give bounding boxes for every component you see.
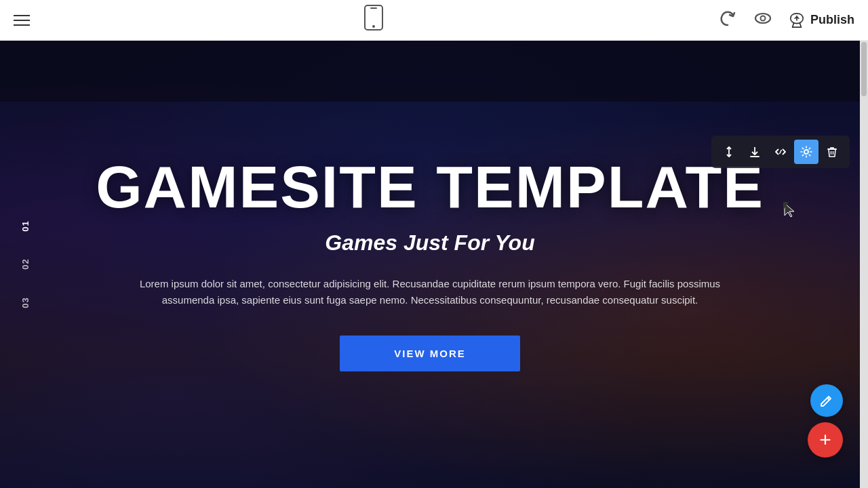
top-bar-center — [364, 5, 383, 35]
hero-subtitle: Games Just For You — [96, 230, 764, 256]
publish-label: Publish — [810, 13, 854, 27]
preview-icon[interactable] — [753, 9, 772, 32]
side-navigation: 01 02 03 — [20, 220, 31, 308]
sort-button[interactable] — [717, 140, 741, 164]
hero-description: Lorem ipsum dolor sit amet, consectetur … — [125, 276, 735, 308]
svg-point-1 — [372, 25, 375, 28]
svg-line-8 — [780, 150, 782, 154]
publish-button[interactable]: Publish — [789, 12, 854, 28]
svg-point-3 — [755, 14, 770, 23]
hero-title: GAMESITE TEMPLATE — [96, 157, 764, 217]
side-num-3: 03 — [20, 297, 31, 308]
top-toolbar: Publish — [0, 0, 868, 41]
settings-button[interactable] — [794, 140, 818, 164]
view-more-button[interactable]: VIEW MORE — [340, 336, 520, 371]
code-button[interactable] — [768, 140, 793, 164]
undo-icon[interactable] — [718, 9, 737, 32]
float-toolbar — [711, 136, 850, 168]
mobile-preview-icon[interactable] — [364, 5, 383, 35]
hamburger-menu[interactable] — [14, 15, 30, 26]
top-bar-right: Publish — [718, 9, 854, 32]
svg-point-9 — [804, 150, 808, 154]
svg-point-4 — [760, 16, 765, 20]
download-button[interactable] — [743, 140, 767, 164]
svg-line-12 — [827, 398, 829, 400]
add-icon: + — [819, 430, 831, 450]
hero-nav-strip — [0, 41, 860, 102]
scrollbar-thumb[interactable] — [861, 42, 867, 96]
hero-content: GAMESITE TEMPLATE Games Just For You Lor… — [68, 157, 791, 371]
scrollbar[interactable] — [860, 41, 868, 488]
delete-button[interactable] — [820, 140, 844, 164]
hero-section: 01 02 03 GAMESITE TEMPLATE Games Just Fo… — [0, 41, 860, 488]
side-num-1: 01 — [20, 220, 31, 231]
fab-add-button[interactable]: + — [808, 422, 843, 458]
editor-canvas: 01 02 03 GAMESITE TEMPLATE Games Just Fo… — [0, 41, 860, 488]
top-bar-left — [14, 15, 30, 26]
side-num-2: 02 — [20, 259, 31, 270]
fab-edit-button[interactable] — [810, 384, 843, 417]
